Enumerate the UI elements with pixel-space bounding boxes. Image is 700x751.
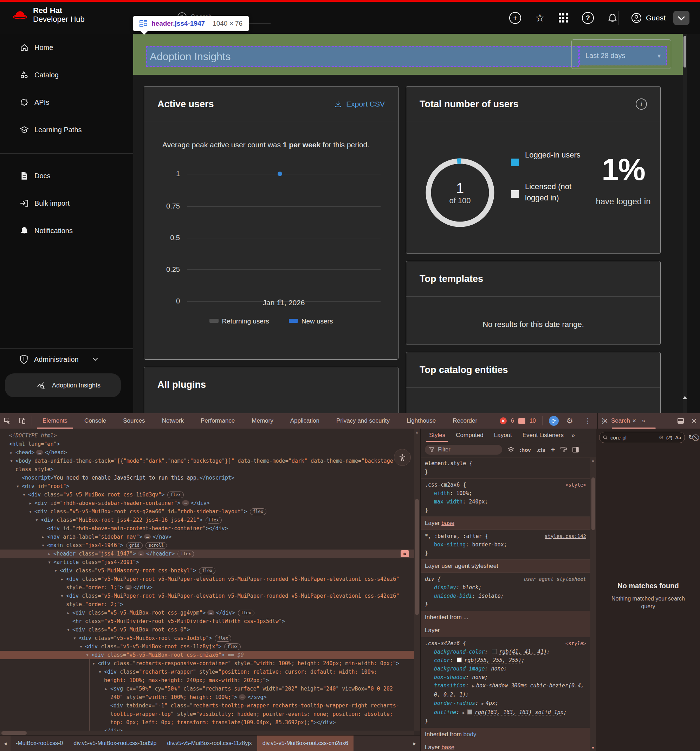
breadcrumb-item[interactable]: div.v5-v5-MuiBox-root.css-1od5lp bbox=[68, 736, 162, 751]
dom-tree-line[interactable]: <noscript>You need to enable JavaScript … bbox=[0, 474, 414, 482]
css-property[interactable]: max-width: 240px; bbox=[425, 498, 586, 506]
dom-tree-line[interactable]: ▾<div class="v5-v5-MuiBox-root css-1i6d3… bbox=[0, 490, 414, 499]
paint-icon[interactable] bbox=[561, 447, 567, 453]
css-property[interactable]: transition: ▶box-shadow 300ms cubic-bezi… bbox=[425, 681, 586, 699]
export-csv-button[interactable]: Export CSV bbox=[334, 100, 385, 108]
dom-tree-line[interactable]: ▾<div class="v5-v5-MuiBox-root css-cm2ax… bbox=[0, 651, 414, 659]
devtools-tab-performance[interactable]: Performance bbox=[192, 413, 243, 429]
css-property[interactable]: outline: ▶rgb(163, 163, 163) solid 1px; bbox=[425, 708, 586, 717]
styles-tab-layout[interactable]: Layout bbox=[489, 429, 517, 442]
dom-tree-line[interactable]: ▸<head>…</head> bbox=[0, 448, 414, 457]
css-property[interactable]: color: rgb(255, 255, 255); bbox=[425, 656, 586, 664]
close-panel-icon[interactable]: ✕ bbox=[688, 417, 700, 425]
error-count[interactable]: 6 bbox=[511, 418, 514, 424]
styles-tab-event-listeners[interactable]: Event Listeners bbox=[518, 429, 569, 442]
devtools-tab-application[interactable]: Application bbox=[282, 413, 328, 429]
elements-scrollbar[interactable]: ▲ bbox=[414, 429, 420, 731]
tab-search[interactable]: Search bbox=[611, 417, 630, 424]
match-case-toggle[interactable]: Aa bbox=[675, 435, 681, 440]
issue-count[interactable]: 10 bbox=[530, 418, 536, 424]
new-style-rule-icon[interactable]: + bbox=[551, 446, 555, 454]
css-property[interactable]: border-radius: ▶4px; bbox=[425, 699, 586, 708]
computed-sidebar-icon[interactable] bbox=[572, 447, 579, 453]
sidebar-item-bulk-import[interactable]: Bulk import bbox=[0, 190, 133, 217]
dom-tree-line[interactable]: <html lang="en"> bbox=[0, 440, 414, 448]
user-menu[interactable]: Guest bbox=[631, 2, 689, 34]
dom-tree-line[interactable]: </div> bbox=[0, 727, 414, 731]
date-range-select[interactable]: Last 28 days ▾ bbox=[579, 46, 667, 65]
add-icon[interactable]: + bbox=[509, 12, 521, 24]
info-icon[interactable]: i bbox=[636, 99, 647, 110]
stylesheet-source-link[interactable]: <style> bbox=[562, 481, 586, 489]
scrollbar-thumb[interactable] bbox=[591, 477, 595, 530]
scroll-up-arrow-icon[interactable]: ▲ bbox=[591, 458, 595, 462]
css-rule[interactable]: element.style {} bbox=[421, 457, 591, 479]
layout-badge[interactable]: flex bbox=[167, 491, 184, 498]
devtools-tab-console[interactable]: Console bbox=[76, 413, 114, 429]
styles-tab-styles[interactable]: Styles bbox=[424, 429, 450, 442]
refresh-search-icon[interactable]: ↻ bbox=[688, 434, 694, 441]
inherited-element-link[interactable]: body bbox=[464, 731, 476, 738]
sidebar-item-catalog[interactable]: Catalog bbox=[0, 61, 133, 89]
devtools-tab-sources[interactable]: Sources bbox=[114, 413, 153, 429]
layers-icon[interactable] bbox=[508, 447, 514, 453]
scroll-badge-icon[interactable]: ⇆ bbox=[401, 550, 409, 557]
stylesheet-source-link[interactable]: user agent stylesheet bbox=[520, 575, 586, 583]
dom-tree-line[interactable]: ▾<div class="MuiBox-root jss4-222 jss4-1… bbox=[0, 516, 414, 524]
dom-tree-line[interactable]: ▾<div class="recharts-responsive-contain… bbox=[0, 659, 414, 668]
css-property[interactable]: background-color: rgb(41, 41, 41); bbox=[425, 647, 586, 656]
dom-tree-line[interactable]: ▾<div id="root"> bbox=[0, 482, 414, 490]
dom-tree-line[interactable]: ▾<div class="v5-v5-MuiBox-root css-0"> bbox=[0, 626, 414, 634]
toggle-hover-state[interactable]: :hov bbox=[520, 447, 531, 453]
css-rule[interactable]: *, :before, :after {styles.css:142box-si… bbox=[421, 530, 591, 560]
stylesheet-source-link[interactable]: <style> bbox=[562, 639, 586, 647]
brand-logo[interactable]: Red Hat Developer Hub bbox=[12, 6, 85, 24]
dom-tree-line[interactable]: ▾<div class="v5-v5-MuiBox-root css-1od5l… bbox=[0, 634, 414, 642]
sidebar-item-notifications[interactable]: Notifications bbox=[0, 217, 133, 244]
help-icon[interactable]: ? bbox=[582, 12, 594, 24]
color-swatch[interactable] bbox=[467, 709, 472, 714]
gear-icon[interactable]: ⚙ bbox=[563, 417, 577, 425]
breadcrumb-item[interactable]: -MuiBox-root.css-0 bbox=[11, 736, 68, 751]
css-rule[interactable]: div {user agent stylesheetdisplay: block… bbox=[421, 573, 591, 611]
dom-tree-line[interactable]: ▾<main class="jss4-1946">gridscroll bbox=[0, 541, 414, 550]
layout-badge[interactable]: flex bbox=[205, 517, 222, 524]
scrollbar-thumb[interactable] bbox=[683, 36, 686, 68]
layout-badge[interactable]: flex bbox=[199, 567, 216, 574]
bell-icon[interactable] bbox=[608, 13, 617, 23]
breadcrumb-right-arrow[interactable]: ▸ bbox=[409, 736, 420, 751]
breadcrumb-item[interactable]: div.v5-v5-MuiBox-root.css-cm2ax6 bbox=[257, 736, 353, 751]
scrollbar-thumb[interactable] bbox=[2, 731, 27, 735]
dom-tree-line[interactable]: <hr class="v5-MuiDivider-root v5-MuiDivi… bbox=[0, 617, 414, 626]
devtools-tab-network[interactable]: Network bbox=[154, 413, 192, 429]
devtools-tab-privacy-and-security[interactable]: Privacy and security bbox=[328, 413, 398, 429]
sidebar-item-learning-paths[interactable]: Learning Paths bbox=[0, 116, 133, 144]
css-property[interactable]: background-image: none; bbox=[425, 664, 586, 673]
dom-tree-line[interactable]: <!DOCTYPE html> bbox=[0, 431, 414, 440]
color-swatch[interactable] bbox=[492, 649, 497, 654]
css-rule[interactable]: .css-s42ez6 {<style>background-color: rg… bbox=[421, 637, 591, 728]
dom-tree-line[interactable]: <div tabindex="-1" class="recharts-toolt… bbox=[0, 702, 414, 727]
kebab-menu-icon[interactable]: ⋮ bbox=[581, 417, 595, 425]
devtools-tab-memory[interactable]: Memory bbox=[243, 413, 282, 429]
dom-tree-line[interactable]: ▾<div class="v5-MuiPaper-root v5-MuiPape… bbox=[0, 592, 414, 609]
css-property[interactable]: box-sizing: border-box; bbox=[425, 541, 586, 549]
css-property[interactable]: unicode-bidi: isolate; bbox=[425, 592, 586, 600]
styles-filter-input[interactable]: Filter bbox=[425, 445, 502, 454]
dom-tree-line[interactable]: ▾<body data-unified-theme-stack="[{"mode… bbox=[0, 457, 414, 474]
clear-query-icon[interactable]: ⊗ bbox=[659, 434, 663, 440]
sidebar-item-adoption-insights[interactable]: Adoption Insights bbox=[5, 373, 121, 397]
device-toolbar-icon[interactable] bbox=[15, 417, 29, 425]
layout-badge[interactable]: flex bbox=[215, 635, 231, 642]
dom-tree-line[interactable]: ▸<div class="v5-v5-MuiBox-root css-gg4vp… bbox=[0, 609, 414, 617]
css-property[interactable]: display: block; bbox=[425, 583, 586, 592]
dock-side-icon[interactable] bbox=[674, 417, 688, 424]
css-property[interactable]: width: 100%; bbox=[425, 489, 586, 498]
accessibility-overlay-button[interactable] bbox=[394, 449, 411, 466]
elements-horizontal-scrollbar[interactable] bbox=[0, 731, 414, 736]
scroll-up-arrow-icon[interactable]: ▲ bbox=[415, 430, 419, 434]
devtools-tab-lighthouse[interactable]: Lighthouse bbox=[398, 413, 444, 429]
dom-tree-line[interactable]: ▸<header class="jss4-1947">…</header>fle… bbox=[0, 550, 414, 558]
sidebar-item-administration[interactable]: Administration bbox=[0, 348, 133, 371]
layout-badge[interactable]: scroll bbox=[145, 542, 167, 549]
